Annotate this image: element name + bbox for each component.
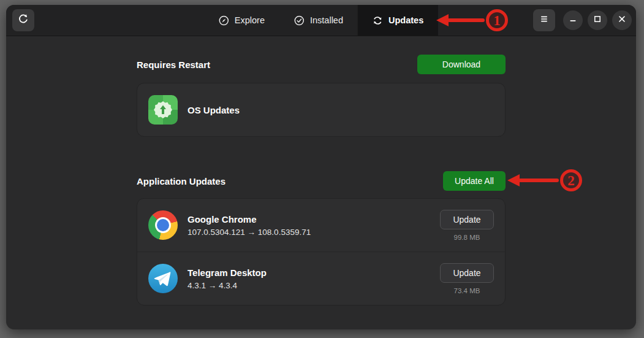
maximize-icon xyxy=(593,15,602,26)
application-updates-card: Google Chrome 107.0.5304.121 → 108.0.535… xyxy=(137,198,506,305)
download-size: 99.8 MB xyxy=(454,234,480,241)
window-controls xyxy=(533,9,632,31)
tab-label: Explore xyxy=(235,15,265,25)
app-name: Google Chrome xyxy=(188,214,311,225)
tab-updates[interactable]: Updates xyxy=(358,5,438,36)
section-title: Requires Restart xyxy=(137,60,210,70)
requires-restart-header: Requires Restart Download xyxy=(137,55,506,74)
tab-explore[interactable]: Explore xyxy=(204,5,279,36)
update-all-button[interactable]: Update All xyxy=(443,171,506,191)
telegram-icon xyxy=(148,264,178,293)
requires-restart-card: OS Updates xyxy=(137,83,506,137)
check-circle-icon xyxy=(294,15,305,26)
tab-label: Installed xyxy=(310,15,343,25)
close-icon xyxy=(618,15,626,26)
hamburger-menu-icon xyxy=(539,14,549,26)
updates-page: Requires Restart Download OS Updates xyxy=(6,36,636,329)
chrome-icon xyxy=(148,210,178,240)
app-version-change: 107.0.5304.121 → 108.0.5359.71 xyxy=(188,228,311,237)
app-name: Telegram Desktop xyxy=(188,267,267,278)
close-button[interactable] xyxy=(612,10,632,30)
minimize-button[interactable] xyxy=(563,10,583,30)
tab-installed[interactable]: Installed xyxy=(279,5,358,36)
app-row-google-chrome[interactable]: Google Chrome 107.0.5304.121 → 108.0.535… xyxy=(137,199,505,252)
tab-label: Updates xyxy=(388,15,423,25)
app-name: OS Updates xyxy=(188,105,240,115)
section-title: Application Updates xyxy=(137,176,225,186)
headerbar: Explore Installed xyxy=(6,5,636,36)
update-button-chrome[interactable]: Update xyxy=(440,210,494,229)
application-updates-header: Application Updates Update All xyxy=(137,171,506,191)
app-version-change: 4.3.1 → 4.3.4 xyxy=(188,281,267,290)
minimize-icon xyxy=(569,15,577,26)
compass-icon xyxy=(219,15,229,26)
download-size: 73.4 MB xyxy=(454,287,480,294)
refresh-icon xyxy=(18,13,29,27)
refresh-icon xyxy=(373,15,383,26)
primary-menu-button[interactable] xyxy=(533,9,555,31)
app-row-telegram-desktop[interactable]: Telegram Desktop 4.3.1 → 4.3.4 Update 73… xyxy=(137,252,505,305)
download-button[interactable]: Download xyxy=(417,55,506,74)
refresh-button[interactable] xyxy=(12,9,34,31)
os-updates-icon xyxy=(148,95,178,125)
maximize-button[interactable] xyxy=(588,10,607,30)
gnome-software-window: Explore Installed xyxy=(6,5,636,329)
view-switcher: Explore Installed xyxy=(204,5,438,36)
os-updates-row[interactable]: OS Updates xyxy=(137,83,505,136)
update-button-telegram[interactable]: Update xyxy=(440,263,494,283)
